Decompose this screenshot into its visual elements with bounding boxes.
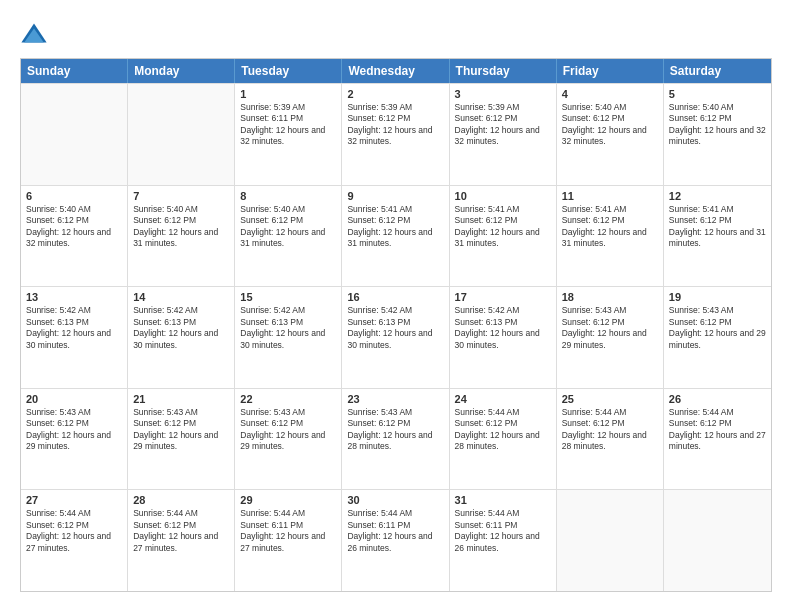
cal-cell: 18Sunrise: 5:43 AMSunset: 6:12 PMDayligh… [557, 287, 664, 388]
header-day-sunday: Sunday [21, 59, 128, 83]
day-number: 4 [562, 88, 658, 100]
day-info: Sunrise: 5:42 AMSunset: 6:13 PMDaylight:… [347, 305, 443, 351]
day-info: Sunrise: 5:39 AMSunset: 6:11 PMDaylight:… [240, 102, 336, 148]
cal-cell: 31Sunrise: 5:44 AMSunset: 6:11 PMDayligh… [450, 490, 557, 591]
calendar: SundayMondayTuesdayWednesdayThursdayFrid… [20, 58, 772, 592]
day-info: Sunrise: 5:40 AMSunset: 6:12 PMDaylight:… [133, 204, 229, 250]
day-info: Sunrise: 5:44 AMSunset: 6:11 PMDaylight:… [455, 508, 551, 554]
day-info: Sunrise: 5:42 AMSunset: 6:13 PMDaylight:… [133, 305, 229, 351]
day-info: Sunrise: 5:41 AMSunset: 6:12 PMDaylight:… [347, 204, 443, 250]
calendar-body: 1Sunrise: 5:39 AMSunset: 6:11 PMDaylight… [21, 83, 771, 591]
day-number: 1 [240, 88, 336, 100]
day-info: Sunrise: 5:40 AMSunset: 6:12 PMDaylight:… [240, 204, 336, 250]
cal-cell: 13Sunrise: 5:42 AMSunset: 6:13 PMDayligh… [21, 287, 128, 388]
day-number: 27 [26, 494, 122, 506]
calendar-header: SundayMondayTuesdayWednesdayThursdayFrid… [21, 59, 771, 83]
day-info: Sunrise: 5:44 AMSunset: 6:12 PMDaylight:… [455, 407, 551, 453]
day-number: 26 [669, 393, 766, 405]
day-number: 2 [347, 88, 443, 100]
day-info: Sunrise: 5:43 AMSunset: 6:12 PMDaylight:… [562, 305, 658, 351]
week-row-4: 20Sunrise: 5:43 AMSunset: 6:12 PMDayligh… [21, 388, 771, 490]
cal-cell: 19Sunrise: 5:43 AMSunset: 6:12 PMDayligh… [664, 287, 771, 388]
cal-cell: 6Sunrise: 5:40 AMSunset: 6:12 PMDaylight… [21, 186, 128, 287]
day-info: Sunrise: 5:44 AMSunset: 6:12 PMDaylight:… [26, 508, 122, 554]
cal-cell: 9Sunrise: 5:41 AMSunset: 6:12 PMDaylight… [342, 186, 449, 287]
cal-cell [664, 490, 771, 591]
day-info: Sunrise: 5:40 AMSunset: 6:12 PMDaylight:… [669, 102, 766, 148]
day-info: Sunrise: 5:40 AMSunset: 6:12 PMDaylight:… [26, 204, 122, 250]
cal-cell: 28Sunrise: 5:44 AMSunset: 6:12 PMDayligh… [128, 490, 235, 591]
cal-cell: 11Sunrise: 5:41 AMSunset: 6:12 PMDayligh… [557, 186, 664, 287]
cal-cell: 23Sunrise: 5:43 AMSunset: 6:12 PMDayligh… [342, 389, 449, 490]
cal-cell: 2Sunrise: 5:39 AMSunset: 6:12 PMDaylight… [342, 84, 449, 185]
day-number: 31 [455, 494, 551, 506]
day-number: 11 [562, 190, 658, 202]
day-info: Sunrise: 5:40 AMSunset: 6:12 PMDaylight:… [562, 102, 658, 148]
cal-cell: 17Sunrise: 5:42 AMSunset: 6:13 PMDayligh… [450, 287, 557, 388]
day-number: 15 [240, 291, 336, 303]
day-info: Sunrise: 5:43 AMSunset: 6:12 PMDaylight:… [133, 407, 229, 453]
header-day-saturday: Saturday [664, 59, 771, 83]
cal-cell: 26Sunrise: 5:44 AMSunset: 6:12 PMDayligh… [664, 389, 771, 490]
cal-cell: 16Sunrise: 5:42 AMSunset: 6:13 PMDayligh… [342, 287, 449, 388]
day-number: 30 [347, 494, 443, 506]
cal-cell: 8Sunrise: 5:40 AMSunset: 6:12 PMDaylight… [235, 186, 342, 287]
logo [20, 20, 52, 48]
cal-cell [557, 490, 664, 591]
cal-cell [21, 84, 128, 185]
cal-cell: 3Sunrise: 5:39 AMSunset: 6:12 PMDaylight… [450, 84, 557, 185]
day-number: 13 [26, 291, 122, 303]
cal-cell: 1Sunrise: 5:39 AMSunset: 6:11 PMDaylight… [235, 84, 342, 185]
cal-cell: 15Sunrise: 5:42 AMSunset: 6:13 PMDayligh… [235, 287, 342, 388]
cal-cell: 29Sunrise: 5:44 AMSunset: 6:11 PMDayligh… [235, 490, 342, 591]
header-day-wednesday: Wednesday [342, 59, 449, 83]
day-number: 12 [669, 190, 766, 202]
day-info: Sunrise: 5:44 AMSunset: 6:12 PMDaylight:… [562, 407, 658, 453]
day-number: 17 [455, 291, 551, 303]
day-info: Sunrise: 5:39 AMSunset: 6:12 PMDaylight:… [455, 102, 551, 148]
week-row-1: 1Sunrise: 5:39 AMSunset: 6:11 PMDaylight… [21, 83, 771, 185]
day-info: Sunrise: 5:42 AMSunset: 6:13 PMDaylight:… [240, 305, 336, 351]
day-info: Sunrise: 5:43 AMSunset: 6:12 PMDaylight:… [669, 305, 766, 351]
page: SundayMondayTuesdayWednesdayThursdayFrid… [0, 0, 792, 612]
cal-cell: 10Sunrise: 5:41 AMSunset: 6:12 PMDayligh… [450, 186, 557, 287]
day-number: 28 [133, 494, 229, 506]
day-info: Sunrise: 5:41 AMSunset: 6:12 PMDaylight:… [669, 204, 766, 250]
day-number: 20 [26, 393, 122, 405]
day-number: 23 [347, 393, 443, 405]
day-number: 22 [240, 393, 336, 405]
week-row-3: 13Sunrise: 5:42 AMSunset: 6:13 PMDayligh… [21, 286, 771, 388]
day-info: Sunrise: 5:42 AMSunset: 6:13 PMDaylight:… [455, 305, 551, 351]
week-row-2: 6Sunrise: 5:40 AMSunset: 6:12 PMDaylight… [21, 185, 771, 287]
day-number: 19 [669, 291, 766, 303]
header-day-monday: Monday [128, 59, 235, 83]
day-number: 24 [455, 393, 551, 405]
day-info: Sunrise: 5:41 AMSunset: 6:12 PMDaylight:… [455, 204, 551, 250]
cal-cell: 25Sunrise: 5:44 AMSunset: 6:12 PMDayligh… [557, 389, 664, 490]
day-number: 14 [133, 291, 229, 303]
day-number: 7 [133, 190, 229, 202]
header-day-friday: Friday [557, 59, 664, 83]
week-row-5: 27Sunrise: 5:44 AMSunset: 6:12 PMDayligh… [21, 489, 771, 591]
cal-cell: 4Sunrise: 5:40 AMSunset: 6:12 PMDaylight… [557, 84, 664, 185]
day-number: 18 [562, 291, 658, 303]
day-info: Sunrise: 5:44 AMSunset: 6:12 PMDaylight:… [669, 407, 766, 453]
cal-cell: 14Sunrise: 5:42 AMSunset: 6:13 PMDayligh… [128, 287, 235, 388]
cal-cell [128, 84, 235, 185]
day-info: Sunrise: 5:43 AMSunset: 6:12 PMDaylight:… [240, 407, 336, 453]
day-number: 3 [455, 88, 551, 100]
day-info: Sunrise: 5:44 AMSunset: 6:12 PMDaylight:… [133, 508, 229, 554]
cal-cell: 22Sunrise: 5:43 AMSunset: 6:12 PMDayligh… [235, 389, 342, 490]
cal-cell: 5Sunrise: 5:40 AMSunset: 6:12 PMDaylight… [664, 84, 771, 185]
day-info: Sunrise: 5:41 AMSunset: 6:12 PMDaylight:… [562, 204, 658, 250]
day-number: 6 [26, 190, 122, 202]
day-number: 10 [455, 190, 551, 202]
cal-cell: 12Sunrise: 5:41 AMSunset: 6:12 PMDayligh… [664, 186, 771, 287]
cal-cell: 24Sunrise: 5:44 AMSunset: 6:12 PMDayligh… [450, 389, 557, 490]
day-info: Sunrise: 5:44 AMSunset: 6:11 PMDaylight:… [240, 508, 336, 554]
day-number: 25 [562, 393, 658, 405]
day-number: 9 [347, 190, 443, 202]
cal-cell: 20Sunrise: 5:43 AMSunset: 6:12 PMDayligh… [21, 389, 128, 490]
cal-cell: 7Sunrise: 5:40 AMSunset: 6:12 PMDaylight… [128, 186, 235, 287]
header-day-tuesday: Tuesday [235, 59, 342, 83]
